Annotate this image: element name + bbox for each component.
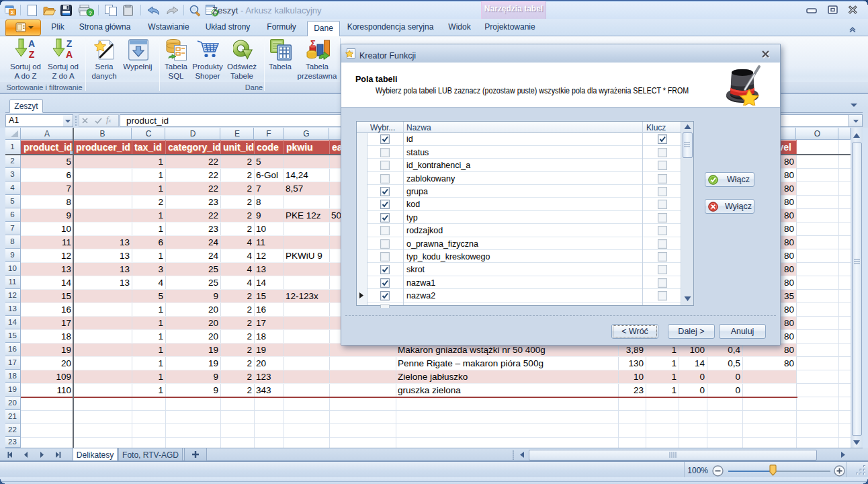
svg-text:Σ: Σ [11, 9, 14, 15]
svg-text:Z: Z [29, 49, 35, 59]
svg-text:Z: Z [67, 38, 73, 49]
svg-text:A: A [66, 49, 73, 59]
svg-text:?: ? [89, 10, 92, 16]
svg-text:A: A [28, 38, 35, 49]
